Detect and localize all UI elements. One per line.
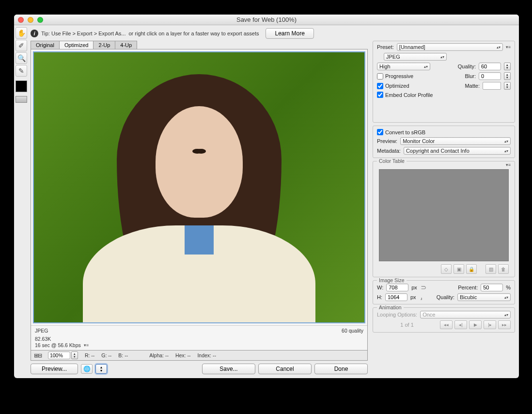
toggle-slices-visibility[interactable] <box>16 96 27 103</box>
next-frame-button: |▸ <box>484 320 496 329</box>
resample-quality-select[interactable]: Bicubic▴▾ <box>457 293 511 301</box>
preview-color-select[interactable]: Monitor Color▴▾ <box>400 137 511 145</box>
width-field[interactable] <box>386 284 408 291</box>
matte-label: Matte: <box>465 83 480 89</box>
height-field[interactable] <box>385 293 407 301</box>
ct-trash-icon[interactable]: 🗑 <box>498 264 509 274</box>
meta-time: 16 sec @ 56.6 Kbps <box>35 342 81 348</box>
browser-select-button[interactable]: 🌐 <box>81 364 93 374</box>
matte-color[interactable] <box>483 82 501 90</box>
progressive-checkbox[interactable]: Progressive <box>377 73 413 80</box>
preview-panel: JPEG 60 quality 82.63K 16 sec @ 56.6 Kbp… <box>31 49 368 350</box>
last-frame-button: ▸▸ <box>498 320 511 329</box>
cancel-button[interactable]: Cancel <box>258 364 312 374</box>
meta-format: JPEG <box>35 328 48 334</box>
looping-label: Looping Options: <box>377 312 417 318</box>
window-title: Save for Web (100%) <box>14 16 519 23</box>
preview-tabs: Original Optimized 2-Up 4-Up <box>31 41 368 49</box>
ct-cube-icon[interactable]: ▣ <box>454 264 464 274</box>
convert-srgb-checkbox[interactable]: Convert to sRGB <box>377 129 425 135</box>
zoom-stepper[interactable]: ▴▾ <box>71 351 78 359</box>
prev-frame-button: ◂| <box>454 320 467 329</box>
ct-new-icon[interactable]: ▧ <box>485 264 496 274</box>
blur-stepper[interactable]: ▴▾ <box>504 72 511 80</box>
color-table[interactable] <box>379 169 509 261</box>
browser-stepper[interactable]: ▴▾ <box>95 364 107 374</box>
ct-eyedropper-icon[interactable]: ◇ <box>441 264 452 274</box>
tip-text-suffix: or right click on a layer for a faster w… <box>128 31 259 36</box>
metadata-label: Metadata: <box>377 148 401 154</box>
preview-meta: JPEG 60 quality 82.63K 16 sec @ 56.6 Kbp… <box>31 325 367 350</box>
zoom-tool[interactable]: 🔍 <box>16 52 27 64</box>
link-dimensions-icon[interactable]: ⸧ <box>421 284 426 291</box>
quality-stepper[interactable]: ▴▾ <box>504 63 511 70</box>
tip-bar: i Tip: Use File > Export > Export As... … <box>31 28 515 39</box>
play-button: ▶ <box>469 320 482 329</box>
animation-label: Animation <box>377 304 404 310</box>
preset-select[interactable]: [Unnamed]▴▾ <box>397 43 503 51</box>
metadata-select[interactable]: Copyright and Contact Info▴▾ <box>404 147 511 155</box>
eyedropper-color-swatch[interactable] <box>16 80 27 92</box>
quality-preset-select[interactable]: High▴▾ <box>377 63 430 70</box>
image-size-label: Image Size <box>377 277 407 283</box>
tip-text-prefix: Tip: Use File > Export > Export As... <box>41 31 125 36</box>
tool-column: ✋ ✐ 🔍 ✎ <box>14 25 29 378</box>
preset-label: Preset: <box>377 44 394 50</box>
done-button[interactable]: Done <box>314 364 368 374</box>
preview-button[interactable]: Preview... <box>31 364 78 374</box>
looping-select: Once▴▾ <box>420 311 511 318</box>
blur-label: Blur: <box>465 73 476 79</box>
color-table-label: Color Table <box>377 158 407 164</box>
percent-label: Percent: <box>458 285 478 290</box>
optimized-checkbox[interactable]: Optimized <box>377 83 409 89</box>
learn-more-button[interactable]: Learn More <box>266 28 313 39</box>
color-table-flyout-icon[interactable]: ▾≡ <box>506 162 511 167</box>
grid-icon[interactable]: ⊞ ⊟ <box>34 352 41 358</box>
preset-flyout-icon[interactable]: ▾≡ <box>506 45 511 49</box>
blur-field[interactable] <box>479 72 501 80</box>
embed-color-profile-checkbox[interactable]: Embed Color Profile <box>377 92 433 98</box>
preview-image[interactable] <box>33 51 365 323</box>
quality-field[interactable] <box>479 63 501 70</box>
save-button[interactable]: Save... <box>202 364 255 374</box>
tab-2up[interactable]: 2-Up <box>93 41 115 49</box>
first-frame-button: ◂◂ <box>440 320 453 329</box>
meta-quality: 60 quality <box>342 328 363 334</box>
hand-tool[interactable]: ✋ <box>16 27 27 39</box>
meta-size: 82.63K <box>35 336 51 342</box>
percent-field[interactable] <box>481 284 503 291</box>
format-select[interactable]: JPEG▴▾ <box>384 53 447 61</box>
eyedropper-tool[interactable]: ✎ <box>16 65 27 77</box>
quality-label: Quality: <box>458 64 476 69</box>
save-for-web-window: Save for Web (100%) ✋ ✐ 🔍 ✎ i Tip: Use F… <box>14 15 519 378</box>
slice-select-tool[interactable]: ✐ <box>16 40 27 51</box>
matte-stepper[interactable]: ▴▾ <box>504 82 511 90</box>
tab-original[interactable]: Original <box>31 41 60 49</box>
meta-flyout-icon[interactable]: ▾≡ <box>84 343 89 348</box>
height-label: H: <box>377 294 382 300</box>
info-icon: i <box>31 30 38 37</box>
preview-label: Preview: <box>377 138 397 144</box>
status-bar: ⊞ ⊟ ▴▾ R: -- G: -- B: -- Alpha: -- Hex: … <box>31 350 368 361</box>
titlebar: Save for Web (100%) <box>14 15 519 25</box>
link-dimensions-icon-bottom: ⸥ <box>420 294 422 301</box>
tab-4up[interactable]: 4-Up <box>115 41 137 49</box>
tab-optimized[interactable]: Optimized <box>59 41 94 49</box>
zoom-field[interactable] <box>48 351 70 359</box>
ct-lock-icon[interactable]: 🔒 <box>466 264 477 274</box>
frame-counter: 1 of 1 <box>400 322 414 328</box>
resample-quality-label: Quality: <box>437 294 454 300</box>
width-label: W: <box>377 285 383 290</box>
